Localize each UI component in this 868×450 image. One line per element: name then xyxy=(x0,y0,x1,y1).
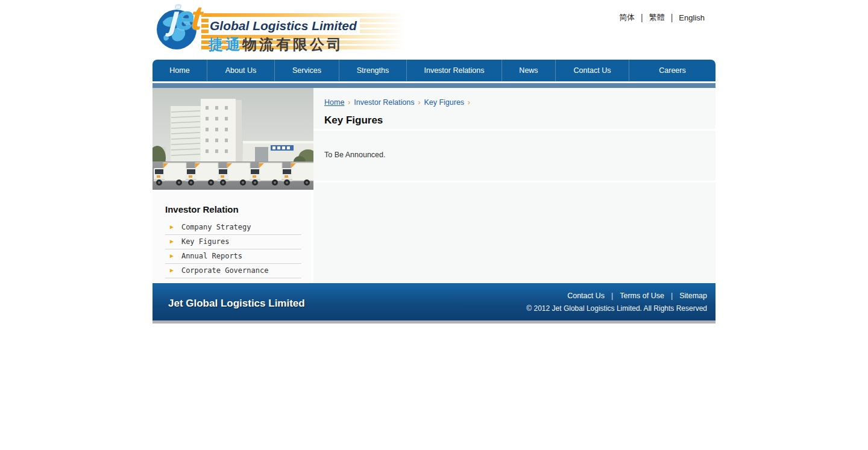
logo-company-name-cn: 捷通物流有限公司 xyxy=(209,35,360,54)
content-header-section: Home › Investor Relations › Key Figures … xyxy=(313,88,715,131)
footer-link-terms-of-use[interactable]: Terms of Use xyxy=(613,292,671,300)
sidebar-item-annual-reports[interactable]: ► Annual Reports xyxy=(165,249,301,264)
breadcrumb-key-figures[interactable]: Key Figures xyxy=(424,98,464,107)
logo-jet-wordmark: jet xyxy=(169,1,200,35)
footer-link-sitemap[interactable]: Sitemap xyxy=(673,292,707,300)
nav-item-investor-relations[interactable]: Investor Relations xyxy=(406,60,502,81)
header: jet Global Logistics Limited 捷通物流有限公司 简体… xyxy=(153,0,715,60)
sidebar: Investor Relation ► Company Strategy ► K… xyxy=(153,88,313,283)
footer-link-contact-us[interactable]: Contact Us xyxy=(561,292,611,300)
company-logo[interactable]: jet Global Logistics Limited 捷通物流有限公司 xyxy=(154,5,407,55)
arrow-bullet-icon: ► xyxy=(169,253,175,259)
sidebar-item-label: Key Figures xyxy=(181,237,229,246)
breadcrumb-home[interactable]: Home xyxy=(324,98,344,107)
logo-company-name-en: Global Logistics Limited xyxy=(209,18,360,34)
breadcrumb-separator-icon: › xyxy=(418,98,420,107)
footer-bottom-strip xyxy=(153,320,715,323)
logo-text: Global Logistics Limited 捷通物流有限公司 xyxy=(209,18,360,54)
nav-item-contact-us[interactable]: Contact Us xyxy=(555,60,629,81)
nav-item-services[interactable]: Services xyxy=(274,60,339,81)
content-area: Home › Investor Relations › Key Figures … xyxy=(313,88,715,283)
lang-traditional-chinese[interactable]: 繁體 xyxy=(643,12,671,23)
logo-cn-highlight: 捷通 xyxy=(209,36,242,52)
page-title: Key Figures xyxy=(324,114,703,127)
nav-item-home[interactable]: Home xyxy=(153,60,207,81)
nav-item-about-us[interactable]: About Us xyxy=(207,60,274,81)
page-wrapper: jet Global Logistics Limited 捷通物流有限公司 简体… xyxy=(153,0,715,323)
language-switcher: 简体 | 繁體 | English xyxy=(613,12,711,23)
sidebar-item-corporate-governance[interactable]: ► Corporate Governance xyxy=(165,264,301,278)
content-empty-section xyxy=(313,183,715,283)
arrow-bullet-icon: ► xyxy=(169,239,175,245)
main-navigation: Home About Us Services Strengths Investo… xyxy=(153,60,715,81)
breadcrumb-separator-icon: › xyxy=(348,98,350,107)
breadcrumb-investor-relations[interactable]: Investor Relations xyxy=(354,98,414,107)
sidebar-item-key-figures[interactable]: ► Key Figures xyxy=(165,235,301,249)
sidebar-item-label: Annual Reports xyxy=(181,252,242,260)
main-area: Investor Relation ► Company Strategy ► K… xyxy=(153,88,715,283)
footer: Jet Global Logistics Limited Contact Us … xyxy=(153,283,715,320)
nav-item-strengths[interactable]: Strengths xyxy=(339,60,406,81)
footer-right-block: Contact Us | Terms of Use | Sitemap © 20… xyxy=(526,292,707,313)
building-trucks-photo xyxy=(153,88,313,190)
arrow-bullet-icon: ► xyxy=(169,224,175,230)
arrow-bullet-icon: ► xyxy=(169,267,175,273)
logo-letter-t: t xyxy=(190,0,200,37)
content-body-section: To Be Announced. xyxy=(313,131,715,183)
breadcrumb: Home › Investor Relations › Key Figures … xyxy=(324,98,703,107)
footer-company-name: Jet Global Logistics Limited xyxy=(168,298,305,310)
sidebar-menu: ► Company Strategy ► Key Figures ► Annua… xyxy=(165,220,301,278)
nav-item-news[interactable]: News xyxy=(502,60,555,81)
logo-cn-rest: 物流有限公司 xyxy=(242,36,344,52)
sidebar-item-label: Company Strategy xyxy=(181,223,251,231)
footer-links: Contact Us | Terms of Use | Sitemap xyxy=(526,292,707,300)
nav-item-careers[interactable]: Careers xyxy=(629,60,715,81)
sidebar-item-label: Corporate Governance xyxy=(181,266,269,275)
sidebar-heading: Investor Relation xyxy=(165,204,311,214)
lang-english[interactable]: English xyxy=(673,13,711,22)
announcement-text: To Be Announced. xyxy=(324,151,703,159)
footer-copyright: © 2012 Jet Global Logistics Limited. All… xyxy=(526,304,707,313)
breadcrumb-separator-icon: › xyxy=(468,98,470,107)
sub-nav-strip xyxy=(153,83,715,88)
lang-simplified-chinese[interactable]: 简体 xyxy=(613,12,641,23)
sidebar-item-company-strategy[interactable]: ► Company Strategy xyxy=(165,220,301,235)
